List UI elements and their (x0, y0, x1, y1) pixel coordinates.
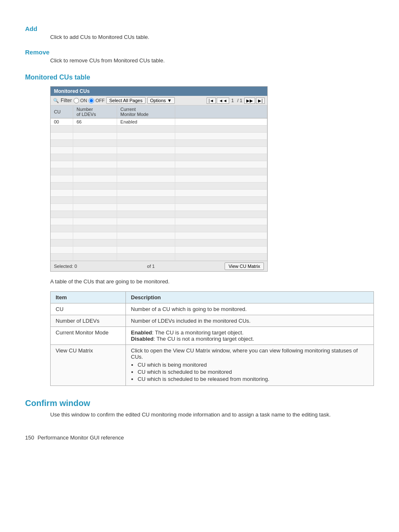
table-row[interactable] (51, 161, 267, 168)
ref-row-num-ldevs: Number of LDEVs Number of LDEVs included… (51, 315, 374, 327)
cell-extra-8 (175, 175, 267, 182)
cell-monitor_mode-7 (117, 168, 175, 175)
table-row[interactable] (51, 197, 267, 204)
confirm-window-description: Use this window to confirm the edited CU… (50, 411, 374, 418)
radio-off-input[interactable] (89, 98, 94, 103)
page-footer: 150 Performance Monitor GUI reference (25, 434, 374, 441)
cell-num_ldevs-11 (73, 197, 117, 204)
table-row[interactable] (51, 239, 267, 247)
cell-cu-0: 00 (51, 118, 73, 126)
cell-num_ldevs-6 (73, 161, 117, 168)
ref-row-view-cu-matrix: View CU Matrix Click to open the View CU… (51, 345, 374, 386)
table-row[interactable] (51, 247, 267, 254)
ref-col-description: Description (126, 292, 374, 303)
table-row[interactable]: 0066Enabled (51, 118, 267, 126)
table-row[interactable] (51, 126, 267, 133)
table-row[interactable] (51, 254, 267, 261)
ref-row-cu: CU Number of a CU which is going to be m… (51, 303, 374, 315)
table-row[interactable] (51, 175, 267, 182)
ref-item-monitor-mode: Current Monitor Mode (51, 327, 126, 345)
cell-cu-19 (51, 254, 73, 261)
page-number: 150 (25, 434, 34, 441)
table-row[interactable] (51, 182, 267, 190)
nav-last-button[interactable]: ▶| (256, 98, 265, 104)
remove-description: Click to remove CUs from Monitored CUs t… (50, 57, 374, 64)
radio-on-group: ON (74, 98, 87, 103)
cell-monitor_mode-14 (117, 218, 175, 225)
options-button[interactable]: Options ▼ (147, 97, 175, 104)
table-row[interactable] (51, 168, 267, 175)
of-total: of 1 (147, 264, 155, 269)
table-row[interactable] (51, 133, 267, 140)
cell-extra-18 (175, 247, 267, 254)
cell-cu-4 (51, 147, 73, 154)
table-row[interactable] (51, 211, 267, 218)
cell-extra-3 (175, 140, 267, 147)
cell-monitor_mode-3 (117, 140, 175, 147)
page-current: 1 (230, 98, 235, 103)
selected-count: Selected: 0 (54, 264, 77, 269)
monitored-cus-table-heading: Monitored CUs table (25, 74, 374, 81)
bullet-being-monitored: CU which is being monitored (138, 362, 368, 368)
cell-extra-9 (175, 182, 267, 190)
filter-icon: 🔍 (53, 98, 59, 103)
table-footer: Selected: 0 of 1 View CU Matrix (51, 261, 267, 271)
ref-row-monitor-mode: Current Monitor Mode Enabled: The CU is … (51, 327, 374, 345)
cell-num_ldevs-12 (73, 204, 117, 211)
radio-on-input[interactable] (74, 98, 79, 103)
cell-num_ldevs-5 (73, 154, 117, 161)
add-description: Click to add CUs to Monitored CUs table. (50, 34, 374, 40)
ref-desc-monitor-mode: Enabled: The CU is a monitoring target o… (126, 327, 374, 345)
cell-extra-14 (175, 218, 267, 225)
cell-monitor_mode-19 (117, 254, 175, 261)
cell-num_ldevs-0: 66 (73, 118, 117, 126)
pagination-nav: |◄ ◄◄ 1 / 1 ▶▶ ▶| (207, 98, 265, 104)
select-all-pages-button[interactable]: Select All Pages (106, 97, 146, 104)
cell-monitor_mode-11 (117, 197, 175, 204)
cell-num_ldevs-13 (73, 211, 117, 218)
table-row[interactable] (51, 140, 267, 147)
cell-extra-17 (175, 239, 267, 247)
nav-prev-button[interactable]: ◄◄ (217, 98, 229, 104)
table-row[interactable] (51, 204, 267, 211)
cell-cu-13 (51, 211, 73, 218)
view-cu-matrix-button[interactable]: View CU Matrix (225, 262, 264, 270)
cell-extra-12 (175, 204, 267, 211)
table-row[interactable] (51, 190, 267, 197)
ref-desc-num-ldevs: Number of LDEVs included in the monitore… (126, 315, 374, 327)
table-row[interactable] (51, 225, 267, 232)
add-heading: Add (25, 25, 374, 32)
table-row[interactable] (51, 218, 267, 225)
filter-label: Filter (61, 98, 72, 103)
nav-first-button[interactable]: |◄ (207, 98, 216, 104)
cell-cu-12 (51, 204, 73, 211)
cell-extra-10 (175, 190, 267, 197)
cell-extra-1 (175, 126, 267, 133)
radio-on-label: ON (80, 98, 87, 103)
nav-next-button[interactable]: ▶▶ (244, 98, 255, 104)
widget-title: Monitored CUs (54, 88, 90, 94)
table-row[interactable] (51, 154, 267, 161)
table-row[interactable] (51, 147, 267, 154)
cell-num_ldevs-14 (73, 218, 117, 225)
cell-monitor_mode-10 (117, 190, 175, 197)
enabled-label: Enabled (131, 329, 152, 336)
ref-table-header-row: Item Description (51, 292, 374, 303)
cell-extra-7 (175, 168, 267, 175)
cell-monitor_mode-16 (117, 232, 175, 239)
cell-num_ldevs-16 (73, 232, 117, 239)
cell-num_ldevs-19 (73, 254, 117, 261)
table-row[interactable] (51, 232, 267, 239)
cell-monitor_mode-4 (117, 147, 175, 154)
cell-monitor_mode-8 (117, 175, 175, 182)
cell-num_ldevs-2 (73, 133, 117, 140)
cell-cu-3 (51, 140, 73, 147)
cell-monitor_mode-5 (117, 154, 175, 161)
ref-item-num-ldevs: Number of LDEVs (51, 315, 126, 327)
cell-extra-13 (175, 211, 267, 218)
cell-monitor_mode-18 (117, 247, 175, 254)
cell-cu-1 (51, 126, 73, 133)
page-separator: / 1 (236, 98, 243, 103)
cell-extra-15 (175, 225, 267, 232)
cell-monitor_mode-12 (117, 204, 175, 211)
